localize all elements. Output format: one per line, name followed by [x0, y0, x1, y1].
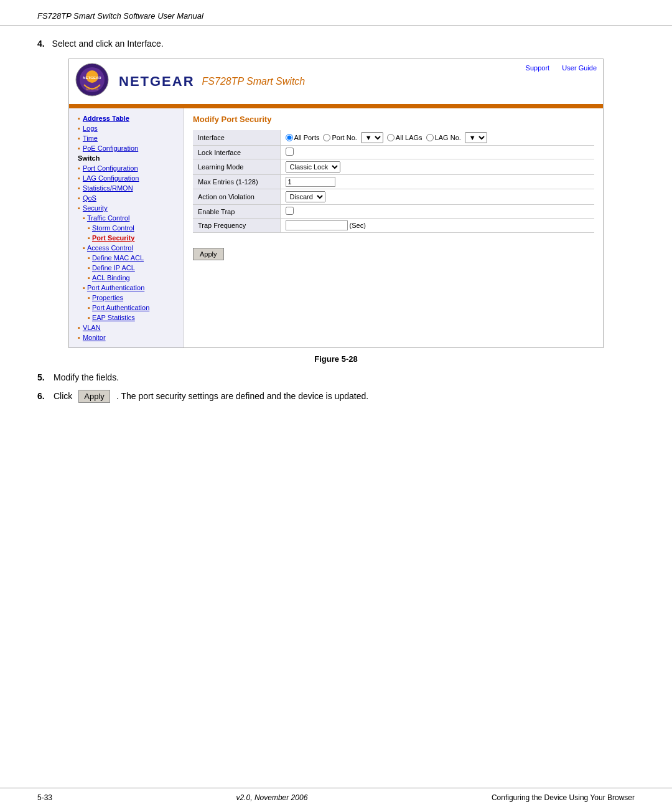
netgear-brand: NETGEAR: [119, 73, 195, 90]
value-learning-mode: Classic Lock: [280, 159, 594, 175]
max-entries-input[interactable]: [286, 177, 335, 187]
step-5-num: 5.: [37, 372, 50, 382]
sidebar-item-vlan[interactable]: VLAN: [69, 323, 184, 333]
sidebar-item-storm-control[interactable]: Storm Control: [69, 223, 184, 233]
main-panel: Modify Port Security Interface All Ports: [184, 108, 603, 347]
sidebar-item-port-security[interactable]: Port Security: [69, 233, 184, 243]
label-learning-mode: Learning Mode: [193, 159, 280, 175]
trap-frequency-input[interactable]: [286, 220, 348, 230]
label-interface: Interface: [193, 130, 280, 146]
step-5: 5. Modify the fields.: [37, 372, 635, 382]
sidebar-item-time[interactable]: Time: [69, 133, 184, 143]
page-header: FS728TP Smart Switch Software User Manua…: [0, 0, 672, 26]
step-6-apply-button: Apply: [78, 390, 110, 403]
user-guide-link[interactable]: User Guide: [562, 64, 597, 72]
apply-button[interactable]: Apply: [193, 248, 224, 260]
label-enable-trap: Enable Trap: [193, 205, 280, 219]
svg-text:WIRELESS: WIRELESS: [86, 88, 99, 91]
value-action-violation: Discard: [280, 189, 594, 205]
sidebar-item-stats-rmon[interactable]: Statistics/RMON: [69, 183, 184, 193]
netgear-logo: NETGEAR WIRELESS: [75, 63, 113, 100]
value-enable-trap: [280, 205, 594, 219]
support-link[interactable]: Support: [526, 64, 550, 72]
table-row-action-violation: Action on Violation Discard: [193, 189, 594, 205]
sidebar-item-port-auth[interactable]: Port Authentication: [69, 283, 184, 293]
netgear-header: NETGEAR WIRELESS NETGEAR FS728TP Smart S…: [69, 59, 603, 106]
sidebar-item-port-authentication[interactable]: Port Authentication: [69, 303, 184, 313]
lock-interface-checkbox[interactable]: [286, 148, 294, 156]
sidebar-item-address-table[interactable]: Address Table: [69, 113, 184, 123]
sidebar-item-traffic-control[interactable]: Traffic Control: [69, 213, 184, 223]
table-row-interface: Interface All Ports Port No. ▼: [193, 130, 594, 146]
lag-no-select[interactable]: ▼: [465, 132, 487, 143]
learning-mode-select[interactable]: Classic Lock: [286, 161, 340, 172]
manual-title: FS728TP Smart Switch Software User Manua…: [37, 11, 203, 21]
sidebar-item-switch: Switch: [69, 153, 184, 163]
value-trap-frequency: (Sec): [280, 219, 594, 233]
radio-all-lags[interactable]: All LAGs: [387, 134, 422, 141]
label-lock-interface: Lock Interface: [193, 146, 280, 159]
step-6: 6. Click Apply . The port security setti…: [37, 390, 635, 403]
sidebar-item-poe-config[interactable]: PoE Configuration: [69, 143, 184, 153]
radio-port-no[interactable]: Port No.: [323, 134, 357, 141]
footer-center: v2.0, November 2006: [52, 793, 492, 802]
port-no-select[interactable]: ▼: [361, 132, 383, 143]
label-action-violation: Action on Violation: [193, 189, 280, 205]
action-violation-select[interactable]: Discard: [286, 191, 325, 202]
table-row-lock-interface: Lock Interface: [193, 146, 594, 159]
step-6-text-after: . The port security settings are defined…: [116, 391, 368, 401]
footer-left: 5-33: [37, 793, 52, 802]
form-table: Interface All Ports Port No. ▼: [193, 130, 594, 233]
sidebar-item-logs[interactable]: Logs: [69, 123, 184, 133]
sidebar-item-access-control[interactable]: Access Control: [69, 243, 184, 253]
sidebar-item-define-ip-acl[interactable]: Define IP ACL: [69, 263, 184, 273]
step-4: 4. Select and click an Interface.: [37, 39, 635, 49]
trap-frequency-unit: (Sec): [350, 222, 366, 229]
radio-all-ports[interactable]: All Ports: [286, 134, 320, 141]
sidebar-item-acl-binding[interactable]: ACL Binding: [69, 273, 184, 283]
ui-screenshot-box: NETGEAR WIRELESS NETGEAR FS728TP Smart S…: [68, 59, 604, 348]
table-row-enable-trap: Enable Trap: [193, 205, 594, 219]
footer-right: Configuring the Device Using Your Browse…: [492, 793, 635, 802]
step-5-text: Modify the fields.: [54, 372, 119, 382]
sidebar-item-monitor[interactable]: Monitor: [69, 333, 184, 342]
step-6-num: 6.: [37, 391, 50, 401]
netgear-product: FS728TP Smart Switch: [202, 76, 306, 87]
table-row-learning-mode: Learning Mode Classic Lock: [193, 159, 594, 175]
sidebar-item-security[interactable]: Security: [69, 203, 184, 213]
sidebar-item-port-config[interactable]: Port Configuration: [69, 163, 184, 173]
figure-caption: Figure 5-28: [37, 354, 635, 364]
value-lock-interface: [280, 146, 594, 159]
section-title: Modify Port Security: [193, 115, 594, 124]
radio-lag-no[interactable]: LAG No.: [426, 134, 461, 141]
enable-trap-checkbox[interactable]: [286, 207, 294, 215]
label-trap-frequency: Trap Frequency: [193, 219, 280, 233]
svg-text:NETGEAR: NETGEAR: [83, 76, 101, 80]
ui-body: Address Table Logs Time PoE Configuratio…: [69, 108, 603, 347]
main-content: 4. Select and click an Interface. NETGEA…: [0, 26, 672, 423]
value-interface: All Ports Port No. ▼ All LAGs: [280, 130, 594, 146]
value-max-entries: [280, 175, 594, 189]
step-6-text-before: Click: [54, 391, 72, 401]
label-max-entries: Max Entries (1-128): [193, 175, 280, 189]
interface-radio-group: All Ports Port No. ▼ All LAGs: [286, 132, 590, 143]
sidebar-item-lag-config[interactable]: LAG Configuration: [69, 173, 184, 183]
sidebar-item-define-mac-acl[interactable]: Define MAC ACL: [69, 253, 184, 263]
table-row-trap-frequency: Trap Frequency (Sec): [193, 219, 594, 233]
step-4-num: 4.: [37, 39, 45, 49]
sidebar-item-properties[interactable]: Properties: [69, 293, 184, 303]
table-row-max-entries: Max Entries (1-128): [193, 175, 594, 189]
apply-area: Apply: [193, 240, 594, 260]
sidebar-item-eap-stats[interactable]: EAP Statistics: [69, 313, 184, 323]
step-4-text: Select and click an Interface.: [52, 39, 164, 49]
header-links: Support User Guide: [521, 64, 597, 72]
sidebar-item-qos[interactable]: QoS: [69, 193, 184, 203]
sidebar: Address Table Logs Time PoE Configuratio…: [69, 108, 184, 347]
page-footer: 5-33 v2.0, November 2006 Configuring the…: [0, 788, 672, 807]
